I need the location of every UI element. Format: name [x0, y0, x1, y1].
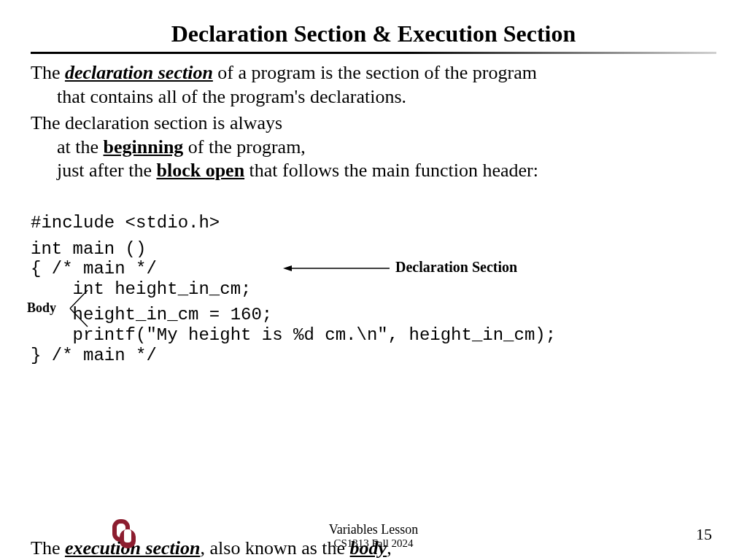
- text: that follows the main function header:: [244, 160, 538, 181]
- code-line: } /* main */: [31, 346, 716, 366]
- code-line: #include <stdio.h>: [31, 213, 716, 233]
- term-declaration-section: declaration section: [65, 62, 213, 83]
- paragraph-1: The declaration section of a program is …: [31, 61, 716, 109]
- arrow-left-icon: [283, 265, 390, 271]
- code-line: printf("My height is %d cm.\n", height_i…: [31, 325, 716, 346]
- declaration-section-label: Declaration Section: [395, 259, 517, 276]
- svg-marker-1: [283, 265, 292, 271]
- paragraph-2: The declaration section is always at the…: [31, 112, 716, 183]
- term-beginning: beginning: [104, 136, 184, 158]
- code-line: int main (): [31, 239, 716, 260]
- text: at the: [57, 136, 104, 158]
- text: that contains all of the program's decla…: [31, 85, 716, 109]
- text: just after the: [57, 160, 156, 181]
- term-block-open: block open: [156, 160, 244, 181]
- slide-title: Declaration Section & Execution Section: [31, 20, 716, 47]
- text: The: [31, 62, 65, 83]
- footer: Variables Lesson CS1313 Fall 2024: [0, 522, 747, 550]
- body-label: Body: [27, 300, 56, 316]
- code-block: #include <stdio.h>int main (){ /* main *…: [31, 193, 716, 527]
- brace-icon: [67, 287, 90, 330]
- code-line: height_in_cm = 160;: [31, 305, 716, 325]
- text: of a program is the section of the progr…: [213, 62, 537, 83]
- title-divider: [31, 52, 716, 54]
- footer-lesson: Variables Lesson: [329, 522, 418, 537]
- code-line: int height_in_cm;: [31, 279, 716, 300]
- text: of the program,: [183, 136, 306, 158]
- footer-course: CS1313 Fall 2024: [329, 537, 418, 550]
- text: The declaration section is always: [31, 112, 282, 133]
- page-number: 15: [696, 525, 712, 544]
